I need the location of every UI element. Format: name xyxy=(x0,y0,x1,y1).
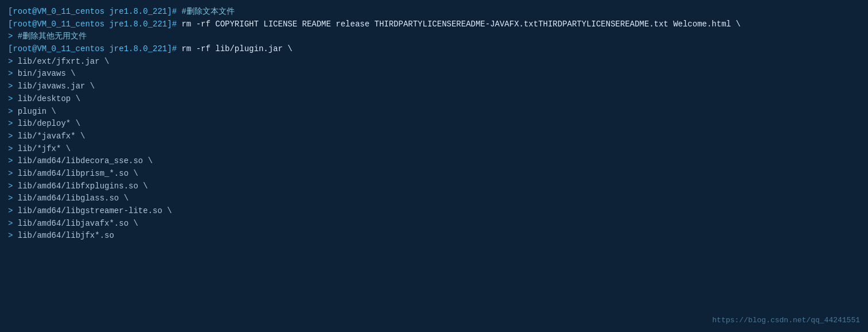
comment-3: #删除其他无用文件 xyxy=(18,32,87,41)
comment-1: #删除文本文件 xyxy=(181,7,234,16)
cont-10: lib/deploy* \ xyxy=(18,119,80,128)
line-8: > lib/desktop \ xyxy=(8,93,860,106)
cont-6: bin/javaws \ xyxy=(18,69,76,78)
command-4: rm -rf lib/plugin.jar \ xyxy=(181,44,292,53)
cont-7: lib/javaws.jar \ xyxy=(18,82,95,91)
gt-6: > xyxy=(8,69,18,78)
gt-10: > xyxy=(8,119,18,128)
gt-15: > xyxy=(8,182,18,191)
prompt-4: [root@VM_0_11_centos jre1.8.0_221]# xyxy=(8,44,181,53)
prompt-1: [root@VM_0_11_centos jre1.8.0_221]# xyxy=(8,7,181,16)
line-9: > plugin \ xyxy=(8,106,860,118)
line-17: > lib/amd64/libgstreamer-lite.so \ xyxy=(8,205,860,218)
line-14: > lib/amd64/libprism_*.so \ xyxy=(8,168,860,180)
gt-18: > xyxy=(8,219,18,228)
gt-12: > xyxy=(8,144,18,153)
gt-3: > xyxy=(8,32,18,41)
line-12: > lib/*jfx* \ xyxy=(8,143,860,156)
line-13: > lib/amd64/libdecora_sse.so \ xyxy=(8,155,860,168)
line-4: [root@VM_0_11_centos jre1.8.0_221]# rm -… xyxy=(8,43,860,56)
gt-16: > xyxy=(8,194,18,203)
line-7: > lib/javaws.jar \ xyxy=(8,80,860,93)
gt-7: > xyxy=(8,82,18,91)
prompt-2: [root@VM_0_11_centos jre1.8.0_221]# xyxy=(8,20,181,29)
line-6: > bin/javaws \ xyxy=(8,68,860,80)
cont-15: lib/amd64/libfxplugins.so \ xyxy=(18,182,148,191)
cont-19: lib/amd64/libjfx*.so xyxy=(18,231,114,240)
gt-14: > xyxy=(8,169,18,178)
gt-19: > xyxy=(8,231,18,240)
line-5: > lib/ext/jfxrt.jar \ xyxy=(8,56,860,68)
command-2: rm -rf COPYRIGHT LICENSE README release … xyxy=(181,20,741,29)
gt-8: > xyxy=(8,94,18,103)
line-16: > lib/amd64/libglass.so \ xyxy=(8,192,860,205)
cont-11: lib/*javafx* \ xyxy=(18,132,85,141)
line-18: > lib/amd64/libjavafx*.so \ xyxy=(8,218,860,230)
cont-9: plugin \ xyxy=(18,107,56,116)
line-15: > lib/amd64/libfxplugins.so \ xyxy=(8,180,860,193)
line-11: > lib/*javafx* \ xyxy=(8,130,860,143)
cont-16: lib/amd64/libglass.so \ xyxy=(18,194,129,203)
watermark: https://blog.csdn.net/qq_44241551 xyxy=(713,315,860,326)
cont-13: lib/amd64/libdecora_sse.so \ xyxy=(18,156,153,165)
line-2: [root@VM_0_11_centos jre1.8.0_221]# rm -… xyxy=(8,18,860,31)
cont-8: lib/desktop \ xyxy=(18,94,80,103)
gt-9: > xyxy=(8,107,18,116)
gt-17: > xyxy=(8,206,18,215)
terminal-output: [root@VM_0_11_centos jre1.8.0_221]# #删除文… xyxy=(8,6,860,242)
line-10: > lib/deploy* \ xyxy=(8,118,860,130)
cont-17: lib/amd64/libgstreamer-lite.so \ xyxy=(18,206,172,215)
cont-18: lib/amd64/libjavafx*.so \ xyxy=(18,219,138,228)
gt-13: > xyxy=(8,156,18,165)
line-1: [root@VM_0_11_centos jre1.8.0_221]# #删除文… xyxy=(8,6,860,18)
line-3: > #删除其他无用文件 xyxy=(8,30,860,43)
cont-12: lib/*jfx* \ xyxy=(18,144,71,153)
cont-5: lib/ext/jfxrt.jar \ xyxy=(18,57,110,66)
cont-14: lib/amd64/libprism_*.so \ xyxy=(18,169,138,178)
gt-5: > xyxy=(8,57,18,66)
gt-11: > xyxy=(8,132,18,141)
line-19: > lib/amd64/libjfx*.so xyxy=(8,230,860,242)
